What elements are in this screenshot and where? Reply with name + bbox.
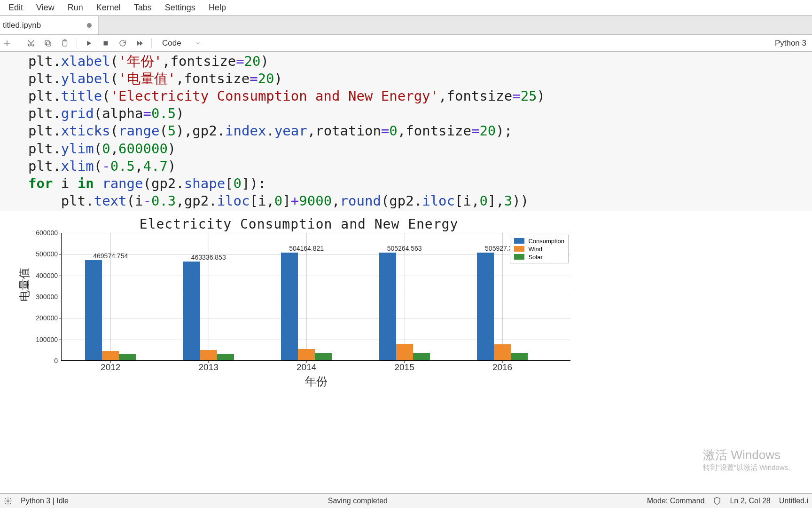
ytick-label: 600000 (28, 229, 58, 237)
bar-consumption-2016 (477, 253, 494, 360)
svg-point-1 (32, 44, 34, 46)
status-mode: Mode: Command (647, 497, 705, 505)
cut-button[interactable] (26, 38, 36, 48)
bar-wind-2016 (494, 344, 511, 360)
sep (19, 38, 19, 48)
cell-type-select[interactable]: Code (158, 38, 205, 49)
chart-axes: 0100000200000300000400000500000600000201… (61, 233, 570, 361)
bar-consumption-2015 (379, 253, 396, 360)
gridline-h (62, 254, 570, 254)
menu-edit[interactable]: Edit (2, 0, 30, 16)
gridline-h (62, 318, 570, 318)
legend-label: Wind (528, 246, 542, 253)
gridline-h (62, 233, 570, 233)
legend-item-consumption: Consumption (514, 237, 564, 245)
legend-item-wind: Wind (514, 245, 564, 253)
svg-rect-3 (45, 40, 49, 45)
cell-type-label: Code (162, 39, 181, 48)
status-file: Untitled.i (779, 497, 808, 505)
svg-point-7 (7, 500, 9, 502)
toolbar: Code Python 3 (0, 35, 812, 52)
legend-label: Consumption (528, 238, 564, 245)
add-cell-button[interactable] (2, 38, 12, 48)
watermark-line2: 转到"设置"以激活 Windows。 (703, 463, 795, 472)
bar-wind-2014 (298, 349, 315, 360)
legend-swatch (514, 254, 524, 260)
menu-help[interactable]: Help (202, 0, 233, 16)
bar-label-2014: 504164.821 (289, 245, 324, 252)
legend-item-solar: Solar (514, 253, 564, 261)
tabbar: titled.ipynb (0, 16, 812, 35)
ytick-label: 500000 (28, 250, 58, 258)
kernel-indicator[interactable]: Python 3 (775, 39, 810, 48)
menu-settings[interactable]: Settings (158, 0, 202, 16)
watermark-line1: 激活 Windows (703, 447, 795, 463)
gear-icon[interactable] (4, 497, 12, 505)
bar-solar-2014 (315, 353, 332, 360)
status-kernel: Python 3 | Idle (21, 497, 69, 505)
shield-icon[interactable] (713, 497, 721, 505)
status-save: Saving completed (328, 497, 388, 505)
bar-consumption-2012 (85, 260, 102, 360)
windows-activation-watermark: 激活 Windows 转到"设置"以激活 Windows。 (703, 447, 795, 472)
xtick-label: 2014 (297, 362, 316, 373)
xtick-label: 2012 (101, 362, 120, 373)
gridline-v (502, 233, 503, 360)
copy-button[interactable] (43, 38, 53, 48)
menubar: EditViewRunKernelTabsSettingsHelp (0, 0, 812, 16)
gridline-h (62, 276, 570, 276)
bar-wind-2015 (396, 344, 413, 360)
bar-solar-2013 (217, 354, 234, 360)
bar-solar-2015 (413, 353, 430, 360)
legend-swatch (514, 238, 524, 244)
bar-solar-2016 (511, 353, 528, 360)
code-content[interactable]: plt.xlabel('年份',fontsize=20) plt.ylabel(… (28, 53, 812, 210)
ytick-mark (59, 233, 62, 233)
ytick-mark (59, 297, 62, 297)
restart-button[interactable] (117, 38, 128, 48)
menu-run[interactable]: Run (61, 0, 90, 16)
svg-rect-2 (47, 42, 51, 46)
gridline-h (62, 340, 570, 340)
gridline-h (62, 297, 570, 297)
svg-point-0 (28, 44, 31, 46)
ytick-label: 300000 (28, 293, 58, 301)
legend-swatch (514, 246, 524, 252)
chevron-down-icon (195, 40, 201, 46)
bar-consumption-2014 (281, 253, 298, 360)
stop-button[interactable] (101, 38, 111, 48)
xtick-label: 2013 (199, 362, 219, 373)
svg-rect-6 (104, 41, 108, 45)
ytick-mark (59, 318, 62, 318)
bar-consumption-2013 (183, 262, 200, 360)
menu-tabs[interactable]: Tabs (127, 0, 158, 16)
ytick-label: 400000 (28, 272, 58, 279)
code-cell[interactable]: plt.xlabel('年份',fontsize=20) plt.ylabel(… (0, 52, 812, 211)
ytick-mark (59, 361, 62, 361)
dirty-dot-icon (87, 23, 92, 28)
legend-label: Solar (528, 254, 542, 261)
bar-wind-2012 (102, 351, 119, 360)
ytick-label: 200000 (28, 314, 58, 322)
bar-label-2013: 463336.853 (191, 254, 226, 261)
bar-wind-2013 (200, 350, 217, 360)
xtick-label: 2015 (394, 362, 414, 373)
status-bar: Python 3 | Idle Saving completed Mode: C… (0, 493, 812, 508)
menu-view[interactable]: View (30, 0, 61, 16)
sep (151, 38, 152, 48)
chart-legend: ConsumptionWindSolar (510, 235, 569, 263)
run-all-button[interactable] (134, 38, 145, 48)
ytick-label: 0 (28, 357, 58, 365)
notebook-area: plt.xlabel('年份',fontsize=20) plt.ylabel(… (0, 52, 812, 493)
sep (77, 38, 77, 48)
tab-untitled[interactable]: titled.ipynb (0, 16, 99, 34)
ytick-mark (59, 340, 62, 340)
ytick-mark (59, 276, 62, 276)
run-button[interactable] (84, 38, 94, 48)
xtick-label: 2016 (492, 362, 512, 373)
bar-solar-2012 (119, 354, 136, 360)
status-cursor-pos: Ln 2, Col 28 (730, 497, 770, 505)
paste-button[interactable] (60, 38, 70, 48)
menu-kernel[interactable]: Kernel (90, 0, 127, 16)
tab-label: titled.ipynb (3, 21, 41, 30)
